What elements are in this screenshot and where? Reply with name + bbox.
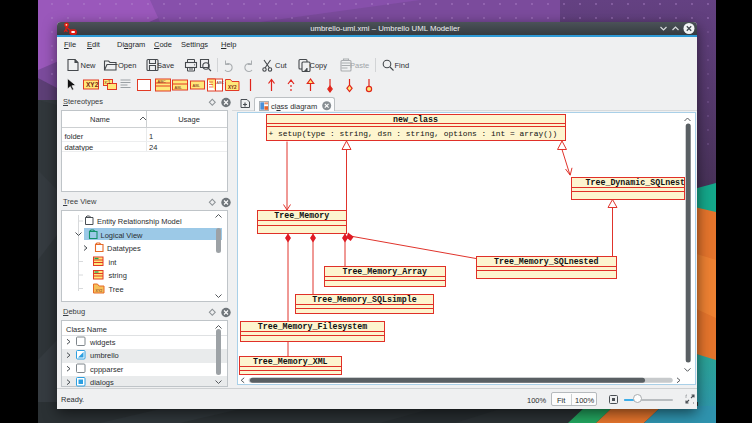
svg-text:ABL: ABL xyxy=(175,85,183,90)
svg-text:XY2: XY2 xyxy=(96,289,103,293)
svg-text:x:1: x:1 xyxy=(105,80,112,85)
svg-text:XY2: XY2 xyxy=(86,81,99,88)
svg-text:ABC: ABC xyxy=(158,79,166,84)
svg-text:XY2: XY2 xyxy=(228,85,237,90)
svg-text:ABL: ABL xyxy=(193,83,201,88)
svg-text:ABC: ABC xyxy=(217,81,225,85)
